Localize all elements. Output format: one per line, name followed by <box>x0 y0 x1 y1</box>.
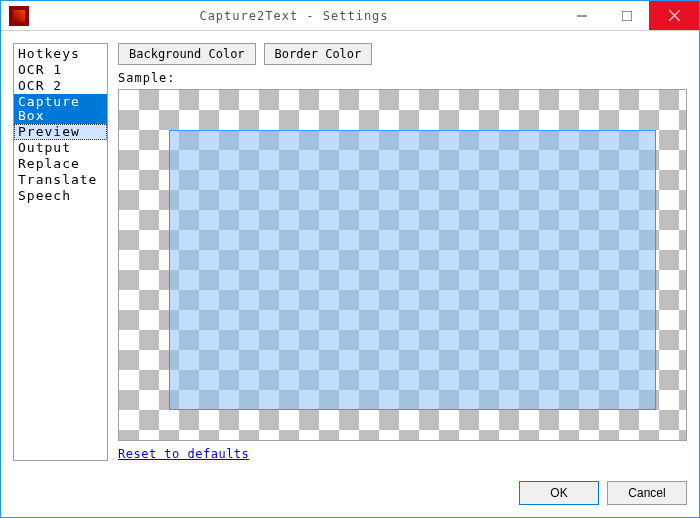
capture-box-preview <box>169 130 656 410</box>
dialog-footer: OK Cancel <box>1 473 699 517</box>
sidebar-item-ocr-1[interactable]: OCR 1 <box>14 62 107 78</box>
content-area: HotkeysOCR 1OCR 2Capture BoxPreviewOutpu… <box>1 31 699 473</box>
sidebar-item-replace[interactable]: Replace <box>14 156 107 172</box>
sidebar-item-output[interactable]: Output <box>14 140 107 156</box>
window-controls <box>559 1 699 30</box>
sidebar-item-speech[interactable]: Speech <box>14 188 107 204</box>
close-icon <box>669 10 680 21</box>
sidebar-item-capture-box[interactable]: Capture Box <box>14 94 107 124</box>
maximize-button[interactable] <box>604 1 649 30</box>
minimize-icon <box>577 11 587 21</box>
ok-button[interactable]: OK <box>519 481 599 505</box>
reset-defaults-link[interactable]: Reset to defaults <box>118 447 687 461</box>
window-title: Capture2Text - Settings <box>29 9 559 23</box>
sidebar-item-ocr-2[interactable]: OCR 2 <box>14 78 107 94</box>
app-icon <box>9 6 29 26</box>
sidebar-item-preview[interactable]: Preview <box>14 124 107 140</box>
sidebar-item-translate[interactable]: Translate <box>14 172 107 188</box>
svg-rect-1 <box>622 11 632 21</box>
top-buttons: Background Color Border Color <box>118 43 687 65</box>
sidebar-item-hotkeys[interactable]: Hotkeys <box>14 46 107 62</box>
close-button[interactable] <box>649 1 699 30</box>
titlebar: Capture2Text - Settings <box>1 1 699 31</box>
border-color-button[interactable]: Border Color <box>264 43 373 65</box>
minimize-button[interactable] <box>559 1 604 30</box>
settings-window: Capture2Text - Settings HotkeysOCR 1OCR … <box>0 0 700 518</box>
maximize-icon <box>622 11 632 21</box>
sample-label: Sample: <box>118 71 687 85</box>
main-panel: Background Color Border Color Sample: Re… <box>118 43 687 461</box>
category-list[interactable]: HotkeysOCR 1OCR 2Capture BoxPreviewOutpu… <box>13 43 108 461</box>
sample-area <box>118 89 687 441</box>
cancel-button[interactable]: Cancel <box>607 481 687 505</box>
background-color-button[interactable]: Background Color <box>118 43 256 65</box>
